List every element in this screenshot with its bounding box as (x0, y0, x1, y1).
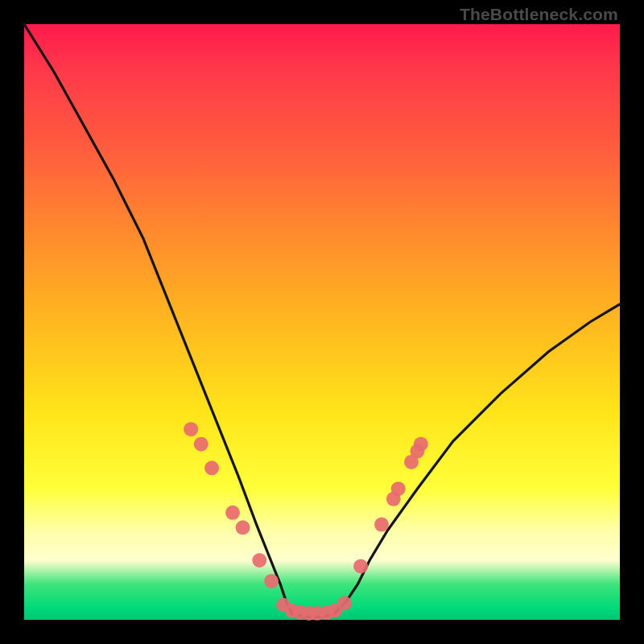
curve-marker (264, 574, 279, 588)
curve-marker (184, 422, 198, 436)
curve-marker (414, 437, 428, 452)
curve-markers (184, 422, 428, 621)
chart-svg (24, 24, 620, 620)
watermark-label: TheBottleneck.com (460, 5, 618, 24)
curve-marker (225, 506, 240, 520)
curve-marker (236, 520, 250, 535)
curve-marker (391, 481, 406, 496)
curve-marker (353, 559, 368, 573)
curve-marker (204, 460, 219, 475)
curve-marker (337, 596, 352, 610)
curve-marker (252, 553, 266, 568)
plot-area (24, 24, 620, 620)
curve-marker (194, 437, 208, 452)
chart-frame: TheBottleneck.com (0, 0, 644, 644)
curve-marker (374, 518, 389, 532)
bottleneck-curve (24, 24, 620, 617)
